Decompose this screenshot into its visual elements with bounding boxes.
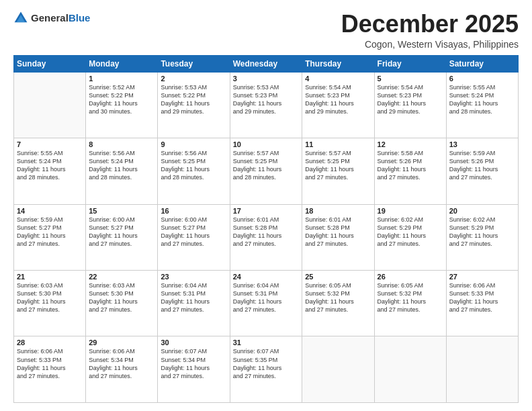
- col-header-wednesday: Wednesday: [230, 55, 302, 72]
- day-number: 13: [449, 140, 515, 148]
- cell-content: Sunrise: 6:02 AM Sunset: 5:29 PM Dayligh…: [449, 216, 515, 248]
- cell-content: Sunrise: 6:05 AM Sunset: 5:32 PM Dayligh…: [378, 281, 443, 314]
- cell-content: Sunrise: 5:53 AM Sunset: 5:22 PM Dayligh…: [161, 83, 226, 116]
- day-number: 28: [17, 338, 83, 347]
- calendar-cell: 28Sunrise: 6:06 AM Sunset: 5:33 PM Dayli…: [14, 336, 86, 403]
- calendar-table: SundayMondayTuesdayWednesdayThursdayFrid…: [13, 55, 519, 403]
- col-header-monday: Monday: [86, 55, 158, 72]
- logo-icon: [13, 11, 28, 26]
- calendar-week-row: 1Sunrise: 5:52 AM Sunset: 5:22 PM Daylig…: [14, 72, 519, 138]
- cell-content: Sunrise: 6:06 AM Sunset: 5:33 PM Dayligh…: [17, 347, 83, 380]
- calendar-cell: [302, 336, 374, 403]
- calendar-cell: [446, 336, 518, 403]
- col-header-sunday: Sunday: [14, 55, 86, 72]
- day-number: 10: [233, 140, 300, 148]
- calendar-cell: 19Sunrise: 6:02 AM Sunset: 5:29 PM Dayli…: [374, 204, 446, 270]
- day-number: 12: [378, 140, 443, 148]
- calendar-cell: 24Sunrise: 6:04 AM Sunset: 5:31 PM Dayli…: [230, 271, 302, 336]
- cell-content: Sunrise: 5:54 AM Sunset: 5:23 PM Dayligh…: [305, 83, 371, 116]
- col-header-tuesday: Tuesday: [158, 55, 230, 72]
- cell-content: Sunrise: 5:54 AM Sunset: 5:23 PM Dayligh…: [378, 83, 443, 116]
- day-number: 19: [378, 207, 443, 215]
- cell-content: Sunrise: 5:59 AM Sunset: 5:26 PM Dayligh…: [449, 149, 515, 182]
- logo-blue: Blue: [69, 12, 91, 24]
- calendar-page: GeneralBlue December 2025 Cogon, Western…: [0, 0, 532, 411]
- cell-content: Sunrise: 6:03 AM Sunset: 5:30 PM Dayligh…: [89, 281, 154, 314]
- cell-content: Sunrise: 6:04 AM Sunset: 5:31 PM Dayligh…: [161, 281, 226, 314]
- calendar-cell: 22Sunrise: 6:03 AM Sunset: 5:30 PM Dayli…: [86, 271, 158, 336]
- day-number: 1: [89, 75, 154, 83]
- day-number: 29: [89, 338, 154, 347]
- logo: GeneralBlue: [13, 11, 90, 26]
- calendar-cell: 16Sunrise: 6:00 AM Sunset: 5:27 PM Dayli…: [158, 204, 230, 270]
- cell-content: Sunrise: 5:59 AM Sunset: 5:27 PM Dayligh…: [17, 216, 83, 248]
- calendar-cell: [14, 72, 86, 138]
- calendar-header-row: SundayMondayTuesdayWednesdayThursdayFrid…: [14, 55, 519, 72]
- cell-content: Sunrise: 6:00 AM Sunset: 5:27 PM Dayligh…: [161, 216, 226, 248]
- day-number: 3: [233, 75, 300, 83]
- calendar-cell: [374, 336, 446, 403]
- logo-text: GeneralBlue: [31, 12, 90, 24]
- location: Cogon, Western Visayas, Philippines: [341, 39, 519, 50]
- day-number: 31: [233, 338, 300, 347]
- day-number: 24: [233, 273, 300, 281]
- day-number: 20: [449, 207, 515, 215]
- calendar-cell: 30Sunrise: 6:07 AM Sunset: 5:34 PM Dayli…: [158, 336, 230, 403]
- calendar-week-row: 21Sunrise: 6:03 AM Sunset: 5:30 PM Dayli…: [14, 271, 519, 336]
- cell-content: Sunrise: 6:06 AM Sunset: 5:34 PM Dayligh…: [89, 347, 154, 380]
- calendar-cell: 7Sunrise: 5:55 AM Sunset: 5:24 PM Daylig…: [14, 138, 86, 204]
- calendar-cell: 25Sunrise: 6:05 AM Sunset: 5:32 PM Dayli…: [302, 271, 374, 336]
- calendar-week-row: 7Sunrise: 5:55 AM Sunset: 5:24 PM Daylig…: [14, 138, 519, 204]
- calendar-cell: 11Sunrise: 5:57 AM Sunset: 5:25 PM Dayli…: [302, 138, 374, 204]
- calendar-cell: 1Sunrise: 5:52 AM Sunset: 5:22 PM Daylig…: [86, 72, 158, 138]
- day-number: 8: [89, 140, 154, 148]
- day-number: 16: [161, 207, 226, 215]
- day-number: 5: [378, 75, 443, 83]
- day-number: 9: [161, 140, 226, 148]
- logo-general: General: [31, 12, 69, 24]
- calendar-cell: 12Sunrise: 5:58 AM Sunset: 5:26 PM Dayli…: [374, 138, 446, 204]
- calendar-cell: 15Sunrise: 6:00 AM Sunset: 5:27 PM Dayli…: [86, 204, 158, 270]
- cell-content: Sunrise: 5:56 AM Sunset: 5:24 PM Dayligh…: [89, 149, 154, 182]
- calendar-cell: 23Sunrise: 6:04 AM Sunset: 5:31 PM Dayli…: [158, 271, 230, 336]
- cell-content: Sunrise: 6:01 AM Sunset: 5:28 PM Dayligh…: [233, 216, 300, 248]
- calendar-cell: 4Sunrise: 5:54 AM Sunset: 5:23 PM Daylig…: [302, 72, 374, 138]
- cell-content: Sunrise: 5:55 AM Sunset: 5:24 PM Dayligh…: [449, 83, 515, 116]
- calendar-cell: 13Sunrise: 5:59 AM Sunset: 5:26 PM Dayli…: [446, 138, 518, 204]
- cell-content: Sunrise: 6:02 AM Sunset: 5:29 PM Dayligh…: [378, 216, 443, 248]
- calendar-cell: 9Sunrise: 5:56 AM Sunset: 5:25 PM Daylig…: [158, 138, 230, 204]
- calendar-cell: 6Sunrise: 5:55 AM Sunset: 5:24 PM Daylig…: [446, 72, 518, 138]
- day-number: 18: [305, 207, 371, 215]
- cell-content: Sunrise: 5:56 AM Sunset: 5:25 PM Dayligh…: [161, 149, 226, 182]
- col-header-thursday: Thursday: [302, 55, 374, 72]
- cell-content: Sunrise: 6:03 AM Sunset: 5:30 PM Dayligh…: [17, 281, 83, 314]
- day-number: 17: [233, 207, 300, 215]
- calendar-cell: 31Sunrise: 6:07 AM Sunset: 5:35 PM Dayli…: [230, 336, 302, 403]
- calendar-cell: 5Sunrise: 5:54 AM Sunset: 5:23 PM Daylig…: [374, 72, 446, 138]
- calendar-cell: 17Sunrise: 6:01 AM Sunset: 5:28 PM Dayli…: [230, 204, 302, 270]
- day-number: 11: [305, 140, 371, 148]
- cell-content: Sunrise: 5:57 AM Sunset: 5:25 PM Dayligh…: [233, 149, 300, 182]
- col-header-saturday: Saturday: [446, 55, 518, 72]
- calendar-cell: 18Sunrise: 6:01 AM Sunset: 5:28 PM Dayli…: [302, 204, 374, 270]
- cell-content: Sunrise: 5:57 AM Sunset: 5:25 PM Dayligh…: [305, 149, 371, 182]
- day-number: 27: [449, 273, 515, 281]
- calendar-cell: 2Sunrise: 5:53 AM Sunset: 5:22 PM Daylig…: [158, 72, 230, 138]
- day-number: 7: [17, 140, 83, 148]
- col-header-friday: Friday: [374, 55, 446, 72]
- day-number: 21: [17, 273, 83, 281]
- calendar-cell: 8Sunrise: 5:56 AM Sunset: 5:24 PM Daylig…: [86, 138, 158, 204]
- day-number: 15: [89, 207, 154, 215]
- calendar-cell: 29Sunrise: 6:06 AM Sunset: 5:34 PM Dayli…: [86, 336, 158, 403]
- cell-content: Sunrise: 5:53 AM Sunset: 5:23 PM Dayligh…: [233, 83, 300, 116]
- calendar-cell: 3Sunrise: 5:53 AM Sunset: 5:23 PM Daylig…: [230, 72, 302, 138]
- day-number: 23: [161, 273, 226, 281]
- calendar-cell: 26Sunrise: 6:05 AM Sunset: 5:32 PM Dayli…: [374, 271, 446, 336]
- day-number: 14: [17, 207, 83, 215]
- calendar-cell: 14Sunrise: 5:59 AM Sunset: 5:27 PM Dayli…: [14, 204, 86, 270]
- calendar-cell: 21Sunrise: 6:03 AM Sunset: 5:30 PM Dayli…: [14, 271, 86, 336]
- cell-content: Sunrise: 5:52 AM Sunset: 5:22 PM Dayligh…: [89, 83, 154, 116]
- day-number: 30: [161, 338, 226, 347]
- day-number: 22: [89, 273, 154, 281]
- calendar-week-row: 14Sunrise: 5:59 AM Sunset: 5:27 PM Dayli…: [14, 204, 519, 270]
